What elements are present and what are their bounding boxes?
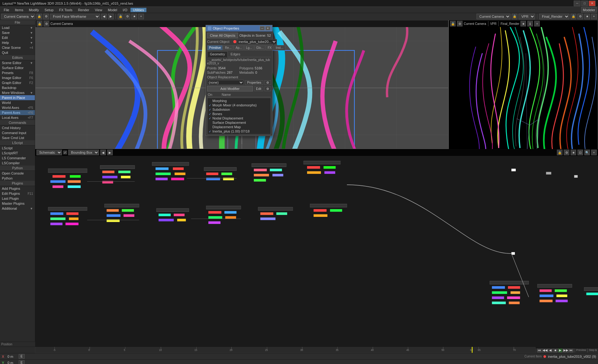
render-lock2-btn[interactable]: 🔒 bbox=[571, 14, 576, 19]
y-e-btn[interactable]: E bbox=[19, 360, 25, 364]
current-object-dropdown[interactable]: inertia_plus_tube20... bbox=[237, 39, 277, 44]
sidebar-local-axes[interactable]: Local Axes +F7 bbox=[0, 115, 35, 120]
sidebar-save[interactable]: Save ▼ bbox=[0, 30, 35, 35]
sch-search-icon[interactable]: 🔍 bbox=[584, 150, 590, 155]
tab-ap[interactable]: Ap... bbox=[234, 45, 244, 50]
view-star-btn[interactable]: ★ bbox=[131, 14, 137, 19]
sidebar-help[interactable]: Help ▼ bbox=[0, 40, 35, 45]
sidebar-parent-axes[interactable]: Parent Axes +F6 bbox=[0, 110, 35, 115]
sidebar-world[interactable]: World bbox=[0, 100, 35, 105]
sch-btn2[interactable]: ▶ bbox=[107, 150, 113, 155]
sidebar-lscript-rt[interactable]: LScript/RT bbox=[0, 151, 35, 156]
rv-plus-icon[interactable]: + bbox=[534, 21, 540, 26]
sidebar-cmd-history[interactable]: Cmd History bbox=[0, 125, 35, 130]
properties-icon-btn[interactable]: ⚙ bbox=[264, 80, 271, 85]
sidebar-quit[interactable]: Quit bbox=[0, 50, 35, 55]
sidebar-additional[interactable]: Additional ▼ bbox=[0, 206, 35, 211]
sidebar-edit-plugins[interactable]: Edit Plugins F11 bbox=[0, 191, 35, 196]
sch-star-icon[interactable]: ★ bbox=[571, 150, 576, 155]
close-btn[interactable]: ✕ bbox=[589, 1, 596, 6]
sch-gear-icon[interactable]: ⚙ bbox=[564, 150, 569, 155]
vpr-dropdown[interactable]: VPR bbox=[519, 14, 535, 19]
sidebar-ls-commander[interactable]: LS Commander bbox=[0, 156, 35, 161]
render-plus-btn[interactable]: + bbox=[591, 14, 597, 19]
vp-lock-icon[interactable]: 🔒 bbox=[37, 21, 42, 26]
sidebar-world-axes[interactable]: World Axes +F5 bbox=[0, 105, 35, 110]
view-gear-btn[interactable]: ⚙ bbox=[125, 14, 130, 19]
rv-star-icon[interactable]: ★ bbox=[520, 21, 526, 26]
modifier-bones[interactable]: ✓ Bones bbox=[208, 112, 270, 116]
vp-gear-icon[interactable]: ⚙ bbox=[44, 21, 49, 26]
rv-lock-icon[interactable]: 🔒 bbox=[450, 21, 456, 26]
rv-info-icon[interactable]: ℹ bbox=[527, 21, 533, 26]
sidebar-edit[interactable]: Edit ▼ bbox=[0, 35, 35, 40]
sidebar-last-plugin[interactable]: Last Plugin bbox=[0, 196, 35, 201]
sidebar-clear-scene[interactable]: Clear Scene +4 bbox=[0, 45, 35, 50]
sidebar-python[interactable]: Python bbox=[0, 176, 35, 181]
x-e-btn[interactable]: E bbox=[19, 354, 25, 359]
camera-dropdown-right[interactable]: Current Camera bbox=[477, 14, 510, 19]
sch-lock-icon[interactable]: 🔒 bbox=[557, 150, 562, 155]
render-preset-dropdown[interactable]: Final_Render bbox=[539, 14, 569, 19]
clear-all-objects-btn[interactable]: Clear All Objects bbox=[207, 33, 238, 38]
modifier-icon-btn[interactable]: ⚙ bbox=[264, 86, 271, 91]
modifier-surface-disp[interactable]: Surface Displacement bbox=[208, 120, 270, 125]
view-lock-btn[interactable]: 🔒 bbox=[118, 14, 123, 19]
dialog-min-btn[interactable]: ─ bbox=[260, 26, 265, 30]
menu-model[interactable]: Model bbox=[105, 8, 120, 12]
modifier-subdivision[interactable]: ✓ Subdivision bbox=[208, 107, 270, 112]
menu-modify[interactable]: Modify bbox=[26, 8, 41, 12]
sidebar-graph-editor[interactable]: Graph Editor F2 bbox=[0, 80, 35, 85]
add-modifier-btn[interactable]: Add Modifier bbox=[207, 86, 253, 91]
camera-settings-btn[interactable]: ⚙ bbox=[43, 14, 49, 19]
view-plus-btn[interactable]: + bbox=[138, 14, 144, 19]
sidebar-scene-editor[interactable]: Scene Editor ▼ bbox=[0, 60, 35, 65]
sidebar-save-cmd-list[interactable]: Save Cmd List bbox=[0, 135, 35, 140]
schematic-viewport[interactable]: Schematic ✓ Bounding Box ◀ ▶ 🔒 ⚙ ★ ⊡ 🔍 + bbox=[35, 149, 598, 342]
menu-view[interactable]: View bbox=[92, 8, 105, 12]
tab-inst[interactable]: Inst... bbox=[274, 45, 285, 50]
menu-items[interactable]: Items bbox=[12, 8, 26, 12]
geometry-tab[interactable]: Geometry bbox=[207, 51, 228, 57]
camera-dropdown-left[interactable]: Current Camera bbox=[1, 14, 35, 19]
sch-btn1[interactable]: ◀ bbox=[100, 150, 106, 155]
rv-gear-icon[interactable]: ⚙ bbox=[457, 21, 463, 26]
sidebar-open-console[interactable]: Open Console bbox=[0, 171, 35, 176]
modifier-inertia[interactable]: ✓ Inertia_plus (1.00) 07/18 bbox=[208, 129, 270, 133]
sidebar-command-input[interactable]: Command Input bbox=[0, 130, 35, 135]
tab-re[interactable]: Re... bbox=[223, 45, 233, 50]
viewmode-dropdown[interactable]: Front Face Wireframe bbox=[50, 14, 100, 19]
properties-btn[interactable]: Properties bbox=[245, 80, 263, 85]
sidebar-load[interactable]: Load ▼ bbox=[0, 25, 35, 30]
menu-utilities[interactable]: Utilities bbox=[131, 8, 146, 12]
sidebar-add-plugins[interactable]: Add Plugins bbox=[0, 186, 35, 191]
sidebar-image-editor[interactable]: Image Editor F6 bbox=[0, 75, 35, 80]
modeler-btn[interactable]: Modeler bbox=[581, 7, 597, 13]
modifier-disp-map[interactable]: Displacement Map bbox=[208, 125, 270, 129]
edges-tab[interactable]: Edges bbox=[228, 51, 243, 57]
modifier-morph-mixer[interactable]: ✓ Morph Mixer (4 endomorphs) bbox=[208, 103, 270, 107]
sch-checkbox-icon[interactable]: ✓ bbox=[63, 151, 67, 154]
right-viewport[interactable]: 🔒 ⚙ Current Camera VPR Final_Render ★ ℹ … bbox=[448, 20, 598, 149]
viewmode-btn1[interactable]: ◀ bbox=[101, 14, 107, 19]
timeline-ruler[interactable]: -5 0 5 10 15 20 25 30 35 40 45 50 62 65 … bbox=[35, 347, 536, 353]
tab-lg[interactable]: Lg... bbox=[244, 45, 254, 50]
dialog-titlebar[interactable]: Object Properties ─ ✕ bbox=[206, 25, 272, 31]
sidebar-lscompiler[interactable]: LSCompiler bbox=[0, 161, 35, 166]
schematic-dropdown[interactable]: Schematic bbox=[36, 150, 62, 155]
menu-io[interactable]: I/O bbox=[120, 8, 130, 12]
modifier-morphing[interactable]: Morphing bbox=[208, 99, 270, 103]
edit-btn[interactable]: Edit bbox=[254, 86, 263, 91]
sidebar-more-windows[interactable]: More Windows ▼ bbox=[0, 90, 35, 95]
modifier-nodal[interactable]: ✓ Nodal Displacement bbox=[208, 116, 270, 120]
sidebar-lscript[interactable]: LScript bbox=[0, 146, 35, 151]
sch-plus-icon[interactable]: + bbox=[591, 150, 597, 155]
sidebar-parent-in-place[interactable]: Parent in Place bbox=[0, 95, 35, 100]
menu-setup[interactable]: Setup bbox=[42, 8, 56, 12]
maximize-btn[interactable]: □ bbox=[581, 1, 588, 6]
sidebar-backdrop[interactable]: Backdrop bbox=[0, 85, 35, 90]
sidebar-surface-editor[interactable]: Surface Editor bbox=[0, 65, 35, 70]
bounding-box-dropdown[interactable]: Bounding Box bbox=[68, 150, 99, 155]
tab-glo[interactable]: Glo... bbox=[254, 45, 266, 50]
dialog-close-btn[interactable]: ✕ bbox=[265, 26, 270, 30]
